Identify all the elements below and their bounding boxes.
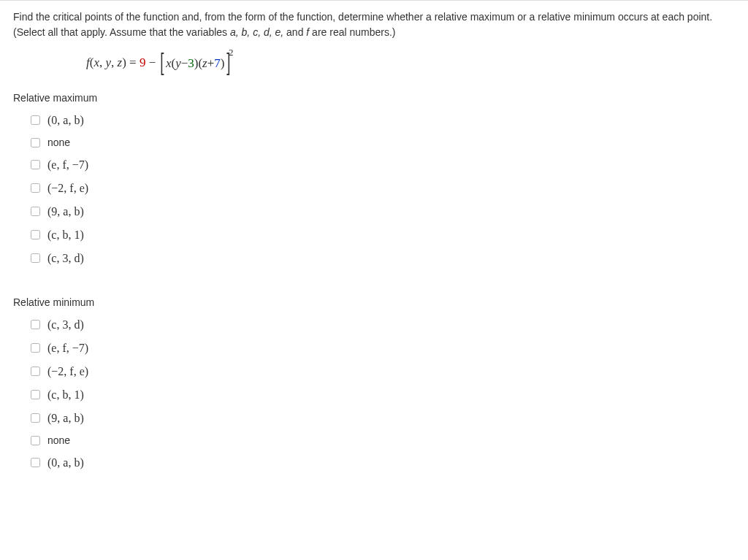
min-option-row[interactable]: (−2, f, e) xyxy=(13,360,735,383)
function-formula: f(x, y, z) = 9 − [x(y − 3)(z + 7)]2 xyxy=(86,53,735,73)
formula-x: x xyxy=(94,55,99,69)
max-option-row[interactable]: none xyxy=(13,132,735,153)
checkbox-min-3[interactable] xyxy=(31,390,40,399)
checkbox-max-6[interactable] xyxy=(31,253,40,263)
checkbox-min-2[interactable] xyxy=(31,367,40,376)
min-option-row[interactable]: (0, a, b) xyxy=(13,451,735,475)
paren-close-eq: ) = xyxy=(122,55,140,69)
max-option-row[interactable]: (e, f, −7) xyxy=(13,153,735,177)
formula-x2: x xyxy=(166,54,172,73)
minus: − xyxy=(181,54,188,73)
question-tail: are real numbers.) xyxy=(309,26,395,38)
max-option-row[interactable]: (c, b, 1) xyxy=(13,223,735,247)
formula-y: y xyxy=(105,55,111,69)
formula-y2: y xyxy=(175,54,181,73)
paren-mid: )( xyxy=(194,54,202,73)
checkbox-max-0[interactable] xyxy=(31,115,40,125)
plus: + xyxy=(207,54,215,73)
option-label: (0, a, b) xyxy=(47,454,84,472)
checkbox-min-0[interactable] xyxy=(31,320,40,329)
bracket-group: [x(y − 3)(z + 7)] xyxy=(159,54,231,73)
var-list: a, b, c, d, e, xyxy=(230,26,283,38)
paren-close: ) xyxy=(221,54,225,73)
option-label: (9, a, b) xyxy=(47,410,84,427)
checkbox-max-3[interactable] xyxy=(31,183,40,193)
max-option-row[interactable]: (9, a, b) xyxy=(13,200,735,223)
left-bracket-icon: [ xyxy=(161,54,164,69)
option-label: (c, 3, d) xyxy=(47,250,84,267)
option-label: (9, a, b) xyxy=(47,203,84,220)
option-label: (e, f, −7) xyxy=(47,156,88,174)
option-label: (−2, f, e) xyxy=(47,363,88,380)
formula-z2: z xyxy=(202,54,207,73)
checkbox-max-5[interactable] xyxy=(31,230,40,239)
min-option-row[interactable]: (c, b, 1) xyxy=(13,383,735,407)
checkbox-max-1[interactable] xyxy=(31,138,40,147)
option-label: none xyxy=(47,135,70,150)
checkbox-min-6[interactable] xyxy=(31,458,40,467)
max-option-row[interactable]: (0, a, b) xyxy=(13,109,735,132)
checkbox-min-4[interactable] xyxy=(31,413,40,423)
checkbox-min-5[interactable] xyxy=(31,436,40,445)
option-label: (e, f, −7) xyxy=(47,340,88,357)
min-option-row[interactable]: (c, 3, d) xyxy=(13,313,735,337)
superscript-2: 2 xyxy=(229,47,234,58)
question-text: Find the critical points of the function… xyxy=(13,9,735,40)
checkbox-max-2[interactable] xyxy=(31,160,40,169)
max-option-row[interactable]: (c, 3, d) xyxy=(13,247,735,270)
formula-seven: 7 xyxy=(214,54,221,73)
checkbox-min-1[interactable] xyxy=(31,343,40,353)
min-option-row[interactable]: (9, a, b) xyxy=(13,407,735,430)
option-label: (c, 3, d) xyxy=(47,316,84,334)
minus: − xyxy=(145,55,159,69)
option-label: (−2, f, e) xyxy=(47,180,88,197)
checkbox-max-4[interactable] xyxy=(31,207,40,216)
relative-maximum-title: Relative maximum xyxy=(13,91,735,106)
comma: , xyxy=(111,55,118,69)
option-label: (c, b, 1) xyxy=(47,226,84,244)
option-label: (0, a, b) xyxy=(47,112,84,129)
relative-minimum-title: Relative minimum xyxy=(13,295,735,310)
min-option-row[interactable]: (e, f, −7) xyxy=(13,337,735,360)
and-word: and xyxy=(283,26,306,38)
option-label: (c, b, 1) xyxy=(47,386,84,404)
formula-three: 3 xyxy=(188,54,194,73)
max-option-row[interactable]: (−2, f, e) xyxy=(13,177,735,200)
min-option-row[interactable]: none xyxy=(13,430,735,451)
option-label: none xyxy=(47,433,70,448)
